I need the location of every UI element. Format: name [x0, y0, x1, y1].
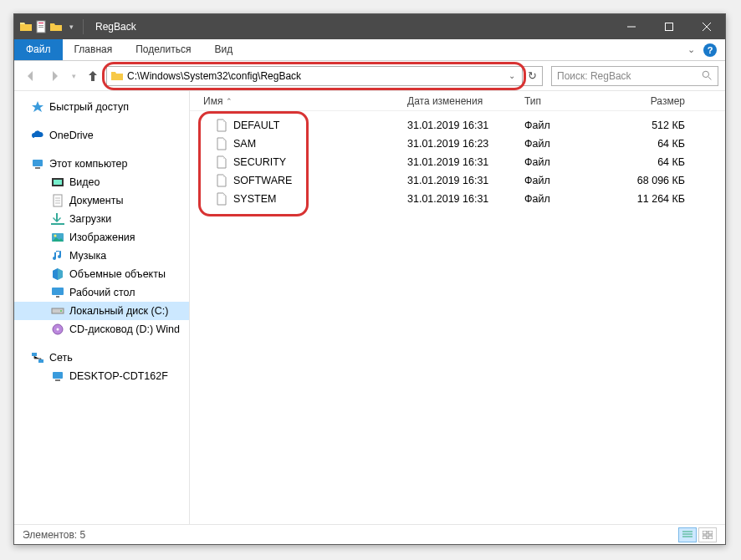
sidebar-item-cd-drive[interactable]: CD-дисковод (D:) Wind [14, 320, 189, 339]
qat-dropdown-icon[interactable]: ▾ [64, 20, 78, 33]
svg-rect-9 [54, 180, 62, 185]
up-button[interactable] [83, 66, 103, 86]
svg-rect-26 [703, 536, 707, 539]
folder-icon [110, 69, 124, 83]
svg-rect-24 [703, 531, 707, 534]
item-count: Элементов: 5 [23, 529, 85, 541]
ribbon-expand-icon[interactable]: ⌄ [687, 44, 695, 55]
address-dropdown-icon[interactable]: ⌄ [505, 71, 519, 80]
file-date: 31.01.2019 16:31 [407, 120, 524, 131]
file-name: SECURITY [233, 156, 286, 168]
pc-icon [31, 157, 44, 171]
file-name: DEFAULT [233, 120, 279, 131]
drive-icon [51, 304, 64, 318]
window-title: RegBack [92, 21, 612, 33]
cd-icon [51, 323, 64, 336]
star-icon [31, 100, 44, 114]
file-date: 31.01.2019 16:31 [407, 175, 524, 186]
maximize-button[interactable] [650, 14, 687, 39]
tab-file[interactable]: Файл [14, 39, 63, 60]
view-icons-button[interactable] [698, 527, 717, 542]
sidebar-item-desktop[interactable]: Рабочий стол [14, 283, 189, 302]
svg-rect-3 [38, 27, 43, 28]
column-size[interactable]: Размер [616, 95, 700, 107]
recent-dropdown[interactable]: ▾ [68, 66, 79, 86]
file-row[interactable]: SECURITY31.01.2019 16:31Файл64 КБ [190, 153, 725, 171]
file-type: Файл [524, 156, 616, 168]
file-row[interactable]: SYSTEM31.01.2019 16:31Файл11 264 КБ [190, 190, 725, 208]
file-icon [215, 155, 228, 169]
svg-rect-4 [665, 23, 672, 31]
svg-point-17 [60, 310, 62, 312]
tab-home[interactable]: Главная [63, 39, 125, 60]
back-button[interactable] [21, 66, 41, 86]
svg-rect-11 [51, 223, 64, 225]
documents-icon [51, 194, 64, 207]
column-date[interactable]: Дата изменения [407, 95, 524, 107]
column-name[interactable]: Имя⌃ [190, 95, 407, 107]
sidebar-onedrive[interactable]: OneDrive [14, 126, 189, 145]
svg-rect-2 [38, 25, 43, 26]
view-details-button[interactable] [678, 527, 697, 542]
refresh-button[interactable]: ↻ [523, 66, 543, 86]
search-icon [702, 70, 713, 81]
file-type: Файл [524, 175, 616, 186]
sidebar-this-pc[interactable]: Этот компьютер [14, 155, 189, 173]
help-icon[interactable]: ? [703, 43, 717, 57]
file-size: 11 264 КБ [616, 193, 700, 205]
file-icon [215, 174, 228, 187]
file-row[interactable]: DEFAULT31.01.2019 16:31Файл512 КБ [190, 116, 725, 135]
explorer-window: ▾ RegBack Файл Главная Поделиться Вид ⌄ … [13, 13, 726, 545]
svg-rect-15 [56, 296, 59, 298]
newfolder-icon[interactable] [49, 20, 63, 33]
folder-icon [19, 20, 33, 33]
sidebar-network-pc[interactable]: DESKTOP-CDT162F [14, 367, 189, 385]
sidebar-item-pictures[interactable]: Изображения [14, 228, 189, 247]
address-path: C:\Windows\System32\config\RegBack [127, 70, 505, 82]
file-type: Файл [524, 138, 616, 150]
file-row[interactable]: SAM31.01.2019 16:23Файл64 КБ [190, 135, 725, 153]
svg-rect-1 [38, 23, 43, 23]
sidebar-item-music[interactable]: Музыка [14, 247, 189, 265]
network-icon [31, 351, 44, 364]
file-type: Файл [524, 120, 616, 131]
svg-rect-6 [33, 160, 43, 166]
sidebar-quick-access[interactable]: Быстрый доступ [14, 98, 189, 116]
pc-icon [51, 369, 64, 383]
file-list-pane: Имя⌃ Дата изменения Тип Размер DEFAULT31… [190, 91, 725, 524]
tab-share[interactable]: Поделиться [124, 39, 202, 60]
sidebar-item-downloads[interactable]: Загрузки [14, 210, 189, 228]
svg-rect-25 [708, 531, 713, 534]
svg-point-13 [54, 235, 57, 237]
file-size: 64 КБ [616, 138, 700, 150]
file-name: SOFTWARE [233, 175, 292, 186]
sidebar-item-local-disk-c[interactable]: Локальный диск (C:) [14, 302, 189, 320]
sidebar-item-3d[interactable]: Объемные объекты [14, 265, 189, 283]
svg-rect-22 [53, 372, 63, 379]
close-button[interactable] [687, 14, 725, 39]
svg-rect-7 [35, 167, 40, 169]
status-bar: Элементов: 5 [14, 524, 725, 544]
svg-rect-27 [708, 536, 713, 539]
minimize-button[interactable] [612, 14, 650, 39]
properties-icon[interactable] [34, 20, 48, 33]
file-size: 68 096 КБ [616, 175, 700, 186]
desktop-icon [51, 286, 64, 299]
svg-rect-23 [55, 379, 60, 381]
svg-rect-20 [32, 353, 37, 356]
sidebar-item-video[interactable]: Видео [14, 173, 189, 191]
downloads-icon [51, 212, 64, 226]
sidebar-network[interactable]: Сеть [14, 349, 189, 367]
search-placeholder: Поиск: RegBack [557, 70, 702, 82]
tab-view[interactable]: Вид [202, 39, 244, 60]
file-icon [215, 119, 228, 132]
column-type[interactable]: Тип [524, 95, 616, 107]
search-input[interactable]: Поиск: RegBack [551, 66, 718, 86]
svg-rect-21 [38, 359, 43, 363]
forward-button[interactable] [44, 66, 64, 86]
file-row[interactable]: SOFTWARE31.01.2019 16:31Файл68 096 КБ [190, 171, 725, 190]
ribbon-tabs: Файл Главная Поделиться Вид ⌄ ? [14, 39, 725, 61]
cube-icon [51, 267, 64, 281]
address-bar[interactable]: C:\Windows\System32\config\RegBack ⌄ [106, 66, 523, 86]
sidebar-item-documents[interactable]: Документы [14, 191, 189, 210]
